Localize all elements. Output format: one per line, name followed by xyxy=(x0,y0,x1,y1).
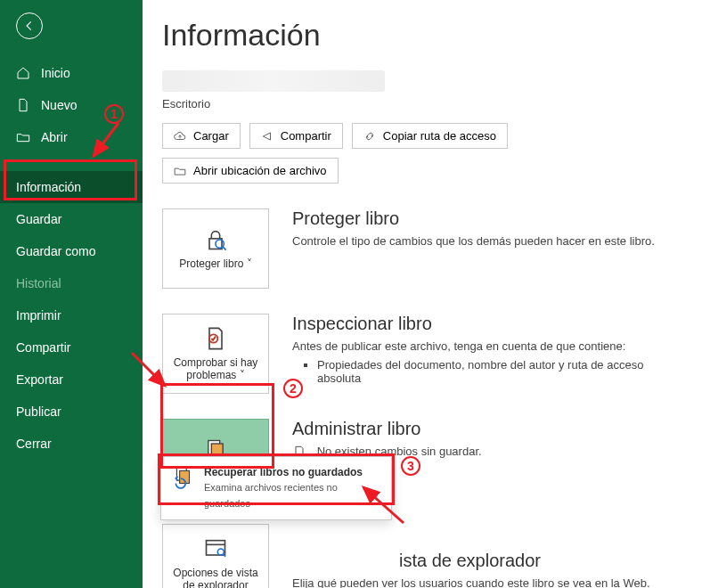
btn-label: Abrir ubicación de archivo xyxy=(193,164,327,177)
section-inspect: Comprobar si hay problemas ˅ Inspecciona… xyxy=(162,314,682,394)
sidebar-item-label: Información xyxy=(16,180,81,194)
home-icon xyxy=(16,66,30,80)
copy-path-button[interactable]: Copiar ruta de acceso xyxy=(352,123,508,149)
popup-text: Recuperar libros no guardados Examina ar… xyxy=(204,466,380,510)
arrow-left-icon xyxy=(23,20,36,32)
sidebar-item-guardar-como[interactable]: Guardar como xyxy=(0,235,143,267)
sidebar-item-label: Abrir xyxy=(41,130,68,144)
file-name-placeholder xyxy=(162,70,385,92)
check-document-icon xyxy=(203,326,228,351)
btn-label: Compartir xyxy=(281,129,331,143)
sidebar-item-label: Exportar xyxy=(16,372,63,387)
browser-view-tile[interactable]: Opciones de vista de explorador xyxy=(162,524,269,588)
sidebar-item-cerrar[interactable]: Cerrar xyxy=(0,428,143,460)
bullet-item: Propiedades del documento, nombre del au… xyxy=(317,358,682,385)
tile-label: Opciones de vista de explorador xyxy=(168,567,263,588)
recover-icon xyxy=(172,466,195,489)
link-icon xyxy=(363,130,376,143)
page-title: Información xyxy=(162,18,682,53)
sidebar-item-label: Guardar como xyxy=(16,244,95,258)
sidebar-item-label: Historial xyxy=(16,276,61,290)
manage-workbook-dropdown: Recuperar libros no guardados Examina ar… xyxy=(160,456,392,520)
file-icon xyxy=(16,98,30,112)
sidebar-item-historial: Historial xyxy=(0,267,143,299)
section-protect: Proteger libro ˅ Proteger libro Controle… xyxy=(162,208,682,289)
svg-point-6 xyxy=(217,549,224,555)
inspect-bullets: Propiedades del documento, nombre del au… xyxy=(292,358,682,385)
share-icon xyxy=(261,130,273,143)
sidebar-item-label: Compartir xyxy=(16,340,70,355)
sidebar-item-label: Nuevo xyxy=(41,98,77,112)
section-title: Inspeccionar libro xyxy=(292,314,682,334)
sidebar-item-label: Guardar xyxy=(16,212,61,226)
check-issues-tile[interactable]: Comprobar si hay problemas ˅ xyxy=(162,314,269,394)
folder-icon xyxy=(174,165,186,177)
sidebar-item-abrir[interactable]: Abrir xyxy=(0,121,143,153)
sidebar-item-label: Publicar xyxy=(16,404,61,419)
popup-title: Recuperar libros no guardados xyxy=(204,466,380,478)
sidebar-item-imprimir[interactable]: Imprimir xyxy=(0,299,143,331)
section-desc: Antes de publicar este archivo, tenga en… xyxy=(292,339,682,353)
svg-rect-5 xyxy=(207,541,225,555)
lock-icon xyxy=(203,227,228,252)
section-title: Administrar libro xyxy=(292,419,682,439)
file-location: Escritorio xyxy=(162,97,682,110)
popup-desc: Examina archivos recientes no guardados xyxy=(204,482,338,509)
svg-point-1 xyxy=(216,240,224,248)
section-desc: Elija qué pueden ver los usuarios cuando… xyxy=(292,576,682,588)
sidebar-item-guardar[interactable]: Guardar xyxy=(0,203,143,235)
recover-unsaved-item[interactable]: Recuperar libros no guardados Examina ar… xyxy=(161,457,391,519)
btn-label: Cargar xyxy=(193,129,229,143)
sidebar-item-label: Inicio xyxy=(41,66,70,80)
share-button[interactable]: Compartir xyxy=(249,123,343,149)
section-desc: Controle el tipo de cambios que los demá… xyxy=(292,234,682,248)
section-title: Proteger libro xyxy=(292,208,682,229)
folder-open-icon xyxy=(16,130,30,144)
section-browser-view: Opciones de vista de explorador ista de … xyxy=(162,524,682,588)
sidebar-item-label: Imprimir xyxy=(16,308,61,323)
sidebar-item-informacion[interactable]: Información xyxy=(0,171,143,203)
sidebar: Inicio Nuevo Abrir Información Guardar G… xyxy=(0,0,143,588)
sidebar-item-compartir[interactable]: Compartir xyxy=(0,331,143,363)
action-row: Cargar Compartir Copiar ruta de acceso A… xyxy=(162,123,682,184)
back-button[interactable] xyxy=(16,12,43,39)
open-location-button[interactable]: Abrir ubicación de archivo xyxy=(162,158,339,184)
btn-label: Copiar ruta de acceso xyxy=(383,129,496,143)
browser-view-icon xyxy=(203,536,228,561)
protect-workbook-tile[interactable]: Proteger libro ˅ xyxy=(162,208,269,289)
sidebar-item-nuevo[interactable]: Nuevo xyxy=(0,89,143,121)
sidebar-item-label: Cerrar xyxy=(16,437,52,451)
upload-button[interactable]: Cargar xyxy=(162,123,241,149)
section-title: ista de explorador xyxy=(292,551,682,571)
cloud-upload-icon xyxy=(174,130,186,143)
sidebar-item-inicio[interactable]: Inicio xyxy=(0,57,143,89)
sidebar-item-publicar[interactable]: Publicar xyxy=(0,396,143,428)
sidebar-item-exportar[interactable]: Exportar xyxy=(0,363,143,396)
tile-label: Comprobar si hay problemas ˅ xyxy=(168,356,263,381)
tile-label: Proteger libro ˅ xyxy=(179,257,251,270)
